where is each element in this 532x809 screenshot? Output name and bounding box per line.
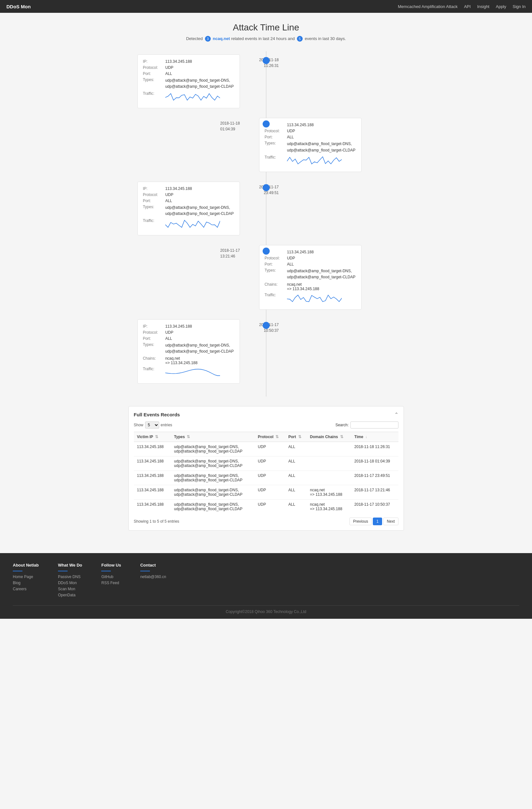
footer-col: Contactnetlab@360.cn	[140, 563, 166, 599]
footer-link[interactable]: RSS Feed	[101, 581, 121, 585]
nav-link[interactable]: Insight	[477, 4, 490, 9]
timeline-item: 2018-11-1713:21:46 IP: 113.34.245.188 Pr…	[128, 245, 404, 309]
badge-24h: 3	[205, 36, 211, 41]
show-label: Show	[134, 423, 143, 427]
table-cell	[307, 442, 351, 456]
footer-link[interactable]: netlab@360.cn	[140, 574, 166, 579]
next-button[interactable]: Next	[383, 518, 398, 525]
table-header-cell[interactable]: Types ⇅	[171, 432, 255, 442]
page-1-button[interactable]: 1	[373, 518, 382, 525]
table-cell: 2018-11-17 10:50:37	[351, 499, 398, 514]
table-cell: udp@attack@amp_flood_target-DNS,udp@atta…	[171, 442, 255, 456]
timeline-dot	[263, 120, 270, 127]
table-cell: UDP	[255, 499, 285, 514]
footer-col-heading: About Netlab	[13, 563, 39, 568]
prev-button[interactable]: Previous	[349, 518, 372, 525]
brand-logo: DDoS Mon	[6, 4, 31, 9]
table-cell: udp@attack@amp_flood_target-DNS,udp@atta…	[171, 456, 255, 470]
table-cell: 113.34.245.188	[134, 456, 171, 470]
event-card: IP: 113.34.245.188 Protocol: UDP Port: A…	[259, 118, 362, 172]
table-header-cell[interactable]: Domain Chains ⇅	[307, 432, 351, 442]
badge-30d: 5	[297, 36, 303, 41]
table-cell: 2018-11-18 01:04:39	[351, 456, 398, 470]
table-cell: ncaq.net=> 113.34.245.188	[307, 485, 351, 499]
navbar: DDoS Mon Memcached Amplification AttackA…	[0, 0, 532, 13]
nav-link[interactable]: API	[464, 4, 471, 9]
collapse-button[interactable]: ⌃	[394, 412, 398, 418]
footer-link[interactable]: GitHub	[101, 574, 121, 579]
events-table-section: Full Events Records ⌃ Show 5 10 25 entri…	[128, 406, 404, 531]
footer-col-heading: Follow Us	[101, 563, 121, 568]
search-label: Search:	[335, 423, 348, 427]
page-title: Attack Time Line	[128, 22, 404, 33]
chains-label: Chains:	[143, 356, 165, 365]
table-cell: UDP	[255, 470, 285, 485]
table-cell: udp@attack@amp_flood_target-DNS,udp@atta…	[171, 470, 255, 485]
event-card: IP: 113.34.245.188 Protocol: UDP Port: A…	[259, 245, 362, 309]
table-cell: 113.34.245.188	[134, 485, 171, 499]
table-title: Full Events Records	[134, 412, 180, 417]
table-row: 113.34.245.188udp@attack@amp_flood_targe…	[134, 442, 398, 456]
nav-link[interactable]: Apply	[496, 4, 507, 9]
footer-link[interactable]: Home Page	[13, 574, 39, 579]
table-row: 113.34.245.188udp@attack@amp_flood_targe…	[134, 470, 398, 485]
footer-link[interactable]: Careers	[13, 587, 39, 591]
table-row: 113.34.245.188udp@attack@amp_flood_targe…	[134, 456, 398, 470]
domain-label: ncaq.net	[213, 36, 230, 41]
nav-links: Memcached Amplification AttackAPIInsight…	[391, 4, 526, 9]
main-content: Attack Time Line Detected 3 ncaq.net rel…	[122, 13, 410, 540]
table-cell: UDP	[255, 456, 285, 470]
table-header-cell[interactable]: Port ⇅	[285, 432, 307, 442]
table-cell: ALL	[285, 442, 307, 456]
footer: About NetlabHome PageBlogCareersWhat We …	[0, 553, 532, 619]
timeline-dot	[263, 184, 270, 191]
search-input[interactable]	[350, 421, 398, 429]
event-card: IP: 113.34.245.188 Protocol: UDP Port: A…	[137, 54, 240, 108]
entries-label: entries	[161, 423, 172, 427]
table-cell: UDP	[255, 442, 285, 456]
timeline-item: IP: 113.34.245.188 Protocol: UDP Port: A…	[128, 54, 404, 108]
footer-link[interactable]: DDoS Mon	[58, 581, 82, 585]
table-cell: udp@attack@amp_flood_target-DNS,udp@atta…	[171, 485, 255, 499]
table-cell: 113.34.245.188	[134, 442, 171, 456]
nav-link[interactable]: Memcached Amplification Attack	[398, 4, 457, 9]
timeline-item: 2018-11-1801:04:39 IP: 113.34.245.188 Pr…	[128, 118, 404, 172]
timeline-dot	[263, 57, 270, 64]
timeline-dot	[263, 247, 270, 255]
timeline-dot	[263, 322, 270, 329]
event-card: IP: 113.34.245.188 Protocol: UDP Port: A…	[137, 182, 240, 236]
table-cell: ALL	[285, 456, 307, 470]
showing-text: Showing 1 to 5 of 5 entries	[134, 519, 179, 523]
footer-col-heading: What We Do	[58, 563, 82, 568]
table-cell: 2018-11-17 23:49:51	[351, 470, 398, 485]
event-card: IP: 113.34.245.188 Protocol: UDP Port: A…	[137, 319, 240, 384]
table-header-cell[interactable]: Victim IP ⇅	[134, 432, 171, 442]
footer-col: About NetlabHome PageBlogCareers	[13, 563, 39, 599]
table-cell: UDP	[255, 485, 285, 499]
chains-value: ncaq.net=> 113.34.245.188	[287, 282, 319, 291]
table-row: 113.34.245.188udp@attack@amp_flood_targe…	[134, 499, 398, 514]
timeline: IP: 113.34.245.188 Protocol: UDP Port: A…	[128, 51, 404, 396]
nav-link[interactable]: Sign In	[513, 4, 526, 9]
table-cell: 2018-11-17 13:21:46	[351, 485, 398, 499]
table-row: 113.34.245.188udp@attack@amp_flood_targe…	[134, 485, 398, 499]
table-header-cell[interactable]: Protocol ⇅	[255, 432, 285, 442]
table-cell	[307, 470, 351, 485]
chains-value: ncaq.net=> 113.34.245.188	[165, 356, 198, 365]
table-header-cell[interactable]: Time ↓	[351, 432, 398, 442]
footer-col-heading: Contact	[140, 563, 166, 568]
timeline-date: 2018-11-1713:21:46	[220, 247, 240, 259]
table-cell: 113.34.245.188	[134, 470, 171, 485]
footer-col: Follow UsGitHubRSS Feed	[101, 563, 121, 599]
footer-link[interactable]: OpenData	[58, 593, 82, 597]
table-cell: 113.34.245.188	[134, 499, 171, 514]
copyright: Copyright©2018 Qihoo 360 Technology Co.,…	[226, 609, 306, 614]
footer-link[interactable]: Passive DNS	[58, 574, 82, 579]
pagination: Previous 1 Next	[349, 518, 398, 525]
footer-link[interactable]: Blog	[13, 581, 39, 585]
show-entries-select[interactable]: 5 10 25	[145, 421, 159, 429]
footer-link[interactable]: Scan Mon	[58, 587, 82, 591]
events-table: Victim IP ⇅Types ⇅Protocol ⇅Port ⇅Domain…	[134, 432, 398, 514]
timeline-date: 2018-11-1801:04:39	[220, 120, 240, 132]
subtitle: Detected 3 ncaq.net related events in la…	[128, 36, 404, 41]
